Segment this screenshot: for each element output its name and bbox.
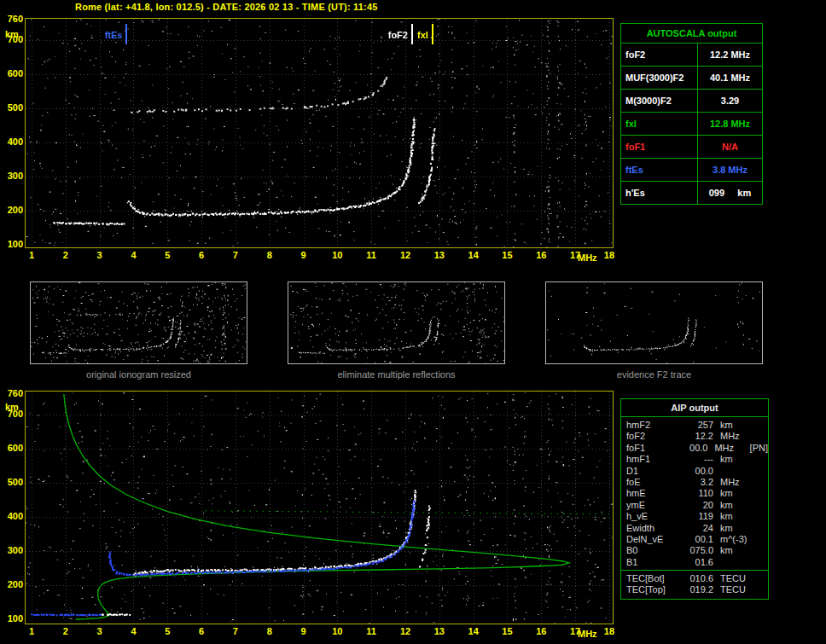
thumbnail-eliminate-reflections xyxy=(288,281,505,364)
marker-label-ftes: ftEs xyxy=(105,31,123,40)
aip-unit: km xyxy=(713,523,758,534)
aip-row-tecbot: TEC[Bot]010.6TECU xyxy=(621,573,768,584)
autoscala-row-label: foF1 xyxy=(621,136,698,158)
aip-extra xyxy=(758,466,768,477)
aip-label: DelN_vE xyxy=(621,534,678,545)
aip-row-foe: foE3.2MHz xyxy=(621,477,768,488)
aip-value: 075.0 xyxy=(678,545,713,556)
aip-value: 010.6 xyxy=(678,573,713,584)
thumbnail-evidence-f2 xyxy=(545,281,763,364)
window-title: Rome (lat: +41.8, lon: 012.5) - DATE: 20… xyxy=(75,2,378,12)
y-axis-tick: 200 xyxy=(2,580,23,589)
aip-value: 20 xyxy=(678,500,713,511)
aip-ionogram-canvas xyxy=(26,392,613,624)
autoscala-row-label: foF2 xyxy=(621,44,698,66)
aip-label: h_vE xyxy=(621,511,678,522)
thumbnail-caption-original: original ionogram resized xyxy=(30,369,247,380)
aip-extra xyxy=(758,420,768,431)
aip-label: foF2 xyxy=(621,431,678,442)
aip-extra xyxy=(758,477,768,488)
main-ionogram-canvas xyxy=(26,19,613,247)
aip-extra xyxy=(758,584,768,595)
x-axis-tick: 18 xyxy=(600,627,619,636)
autoscala-row-label: fxI xyxy=(621,113,698,135)
autoscala-row-hes: h'Es099 km xyxy=(621,182,762,204)
thumbnail-original-canvas xyxy=(31,282,247,363)
aip-extra xyxy=(758,511,768,522)
x-axis-tick: 7 xyxy=(226,251,245,260)
aip-unit: km xyxy=(713,420,758,431)
y-axis-tick: 600 xyxy=(2,69,23,78)
aip-table-tec-rows: TEC[Bot]010.6TECUTEC[Top]019.2TECU xyxy=(621,570,768,599)
aip-extra xyxy=(758,557,768,568)
x-axis-tick: 5 xyxy=(158,627,177,636)
aip-unit: km xyxy=(713,488,758,499)
aip-value: 00.1 xyxy=(678,534,713,545)
x-axis-tick: 6 xyxy=(192,627,211,636)
y-axis-tick: 100 xyxy=(2,614,23,624)
aip-value: 119 xyxy=(678,511,713,522)
autoscala-table: AUTOSCALA output foF212.2 MHzMUF(3000)F2… xyxy=(620,23,763,205)
aip-row-fof2: foF212.2MHz xyxy=(621,431,768,442)
aip-extra xyxy=(758,431,768,442)
y-axis-unit-label: km xyxy=(5,30,19,39)
x-axis-tick: 9 xyxy=(294,251,313,260)
x-axis-tick: 12 xyxy=(396,627,415,636)
autoscala-row-label: ftEs xyxy=(621,159,698,181)
aip-unit: TECU xyxy=(713,584,758,595)
x-axis-tick: 2 xyxy=(56,251,75,260)
autoscala-row-fxi: fxI12.8 MHz xyxy=(621,113,762,136)
autoscala-row-fof1: foF1N/A xyxy=(621,136,762,159)
aip-row-tectop: TEC[Top]019.2TECU xyxy=(621,584,768,595)
y-axis-tick: 300 xyxy=(2,171,23,181)
autoscala-row-label: MUF(3000)F2 xyxy=(621,67,698,89)
aip-label: B1 xyxy=(621,557,678,568)
aip-label: B0 xyxy=(621,545,678,556)
aip-unit: MHz xyxy=(713,431,758,442)
x-axis-tick: 10 xyxy=(328,251,346,260)
autoscala-row-value: 099 km xyxy=(698,182,762,204)
autoscala-row-fof2: foF212.2 MHz xyxy=(621,44,762,67)
main-ionogram-plot xyxy=(25,18,614,248)
aip-extra xyxy=(758,454,768,465)
x-axis-tick: 16 xyxy=(532,251,550,260)
aip-label: ymE xyxy=(621,500,678,511)
autoscala-window: Rome (lat: +41.8, lon: 012.5) - DATE: 20… xyxy=(0,0,826,644)
x-axis-tick: 9 xyxy=(294,627,313,636)
aip-label: Ewidth xyxy=(621,523,678,534)
aip-extra xyxy=(758,500,768,511)
x-axis-tick: 1 xyxy=(22,251,41,260)
aip-label: D1 xyxy=(621,466,678,477)
aip-value: 257 xyxy=(678,420,713,431)
x-axis-unit-label: MHz xyxy=(578,253,597,263)
x-axis-tick: 6 xyxy=(192,251,211,260)
y-axis-tick: 400 xyxy=(2,512,23,521)
aip-unit: TECU xyxy=(713,573,758,584)
aip-unit: MHz xyxy=(707,443,749,454)
x-axis-tick: 13 xyxy=(430,251,449,260)
autoscala-row-ftes: ftEs3.8 MHz xyxy=(621,159,762,182)
aip-label: foF1 xyxy=(621,443,674,454)
aip-unit: km xyxy=(713,500,758,511)
autoscala-row-value: N/A xyxy=(698,136,762,158)
autoscala-table-title: AUTOSCALA output xyxy=(621,24,762,44)
x-axis-tick: 2 xyxy=(56,627,75,636)
thumbnail-evidence-canvas xyxy=(546,282,762,363)
autoscala-row-value: 12.2 MHz xyxy=(698,44,762,66)
y-axis-tick: 400 xyxy=(2,137,23,147)
thumbnail-caption-evidence: evidence F2 trace xyxy=(545,369,763,380)
aip-row-d1: D100.0 xyxy=(621,466,768,477)
aip-unit: km xyxy=(713,454,758,465)
x-axis-tick: 1 xyxy=(22,627,41,636)
aip-extra xyxy=(758,545,768,556)
x-axis-tick: 13 xyxy=(430,627,449,636)
aip-row-hme: hmE110km xyxy=(621,488,768,499)
autoscala-table-rows: foF212.2 MHzMUF(3000)F240.1 MHzM(3000)F2… xyxy=(621,44,762,204)
aip-row-delnve: DelN_vE00.1m^(-3) xyxy=(621,534,768,545)
autoscala-row-value: 40.1 MHz xyxy=(698,67,762,89)
aip-unit: km xyxy=(713,545,758,556)
x-axis-tick: 7 xyxy=(226,627,245,636)
aip-label: hmE xyxy=(621,488,678,499)
aip-value: 110 xyxy=(678,488,713,499)
aip-unit: MHz xyxy=(713,477,758,488)
